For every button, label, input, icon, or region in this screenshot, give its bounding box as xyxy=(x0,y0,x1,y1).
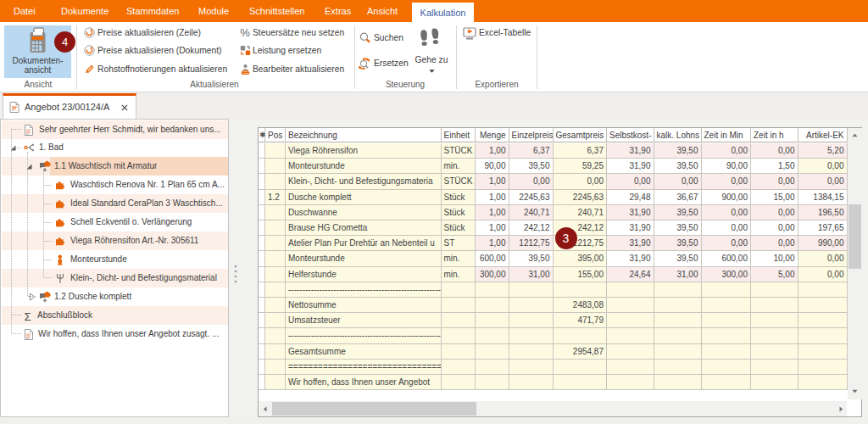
svg-text:Σ: Σ xyxy=(25,310,31,322)
svg-text:%: % xyxy=(240,27,250,38)
